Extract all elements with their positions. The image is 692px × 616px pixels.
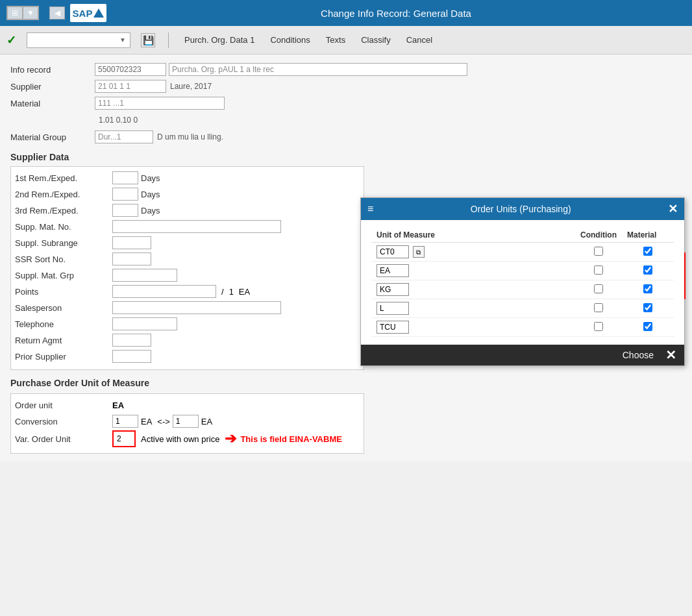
copy-icon-0[interactable]: ⧉ (413, 246, 425, 258)
conversion-row: Conversion EA <-> EA (15, 414, 360, 428)
points-num: 1 (229, 287, 234, 297)
material-checkbox-1[interactable] (643, 265, 652, 275)
material-checkbox-0[interactable] (643, 247, 652, 256)
condition-checkbox-2[interactable] (594, 284, 603, 293)
telephone-row: Telephone (15, 317, 360, 331)
order-unit-label: Order unit (15, 400, 112, 410)
supplier-row: Supplier Laure, 2017 (10, 79, 682, 93)
purch-org-button[interactable]: Purch. Org. Data 1 (182, 34, 257, 46)
grid-icon[interactable]: ⊞ (7, 6, 23, 19)
material-checkbox-2[interactable] (643, 284, 652, 293)
info-record-label: Info record (10, 65, 95, 75)
supplier-input1[interactable] (95, 80, 166, 93)
var-order-unit-border (112, 430, 136, 447)
material-desc-value: 1.01 0.10 0 (99, 116, 138, 125)
conversion-unit1: EA (141, 417, 152, 426)
conversion-val2-input[interactable] (173, 415, 199, 428)
classify-button[interactable]: Classify (358, 34, 393, 46)
uom-cell-0: ⧉ (371, 243, 575, 262)
conversion-arrow: <-> (157, 417, 170, 426)
rem1-row: 1st Rem./Exped. Days (15, 171, 360, 185)
nav-icons[interactable]: ⊞ ▼ (6, 6, 39, 20)
rem1-days: Days (141, 173, 160, 183)
condition-checkbox-1[interactable] (594, 265, 603, 275)
uom-input-1[interactable] (377, 264, 409, 277)
field-eina-note: This is field EINA-VABME (240, 434, 342, 444)
rem1-input[interactable] (112, 171, 138, 184)
back-icon[interactable]: ◀ (49, 6, 65, 19)
choose-button[interactable]: Choose (617, 349, 659, 362)
condition-checkbox-3[interactable] (594, 303, 603, 312)
rem2-input[interactable] (112, 188, 138, 201)
uom-cell-3 (371, 299, 575, 318)
main-content: Info record Supplier Laure, 2017 Materia… (0, 55, 692, 462)
suppmatno-row: Supp. Mat. No. (15, 219, 360, 234)
rem2-label: 2nd Rem./Exped. (15, 190, 112, 199)
toolbar: ✓ ▼ 💾 Purch. Org. Data 1 Conditions Text… (0, 26, 692, 55)
uom-input-0[interactable] (377, 245, 409, 258)
material-checkbox-3[interactable] (643, 303, 652, 312)
returnagmt-row: Return Agmt (15, 333, 360, 347)
info-record-input1[interactable] (95, 63, 166, 76)
order-unit-row: Order unit EA (15, 398, 360, 412)
table-row (371, 318, 674, 337)
material-checkbox-4[interactable] (643, 322, 652, 331)
save-button[interactable]: 💾 (141, 33, 155, 47)
rem3-row: 3rd Rem./Exped. Days (15, 203, 360, 217)
var-order-unit-note: Active with own price (141, 434, 219, 444)
supplsubrange-row: Suppl. Subrange (15, 236, 360, 250)
suppmatno-input[interactable] (112, 220, 281, 233)
hamburger-menu-icon[interactable]: ≡ (367, 203, 373, 215)
supplier-data-section: 1st Rem./Exped. Days 2nd Rem./Exped. Day… (10, 166, 364, 370)
uom-input-4[interactable] (377, 321, 409, 334)
points-controls: / 1 EA (112, 285, 250, 298)
material-group-input1[interactable] (95, 130, 153, 143)
uom-input-3[interactable] (377, 302, 409, 315)
salesperson-input[interactable] (112, 301, 281, 314)
cancel-button[interactable]: Cancel (404, 34, 435, 46)
footer-close-button[interactable]: ✕ (665, 349, 676, 362)
material-group-label: Material Group (10, 132, 95, 142)
supplmatgrp-input[interactable] (112, 269, 177, 282)
order-unit-value: EA (112, 400, 124, 410)
priorsupplier-input[interactable] (112, 350, 151, 363)
popup-table-wrap: Unit of Measure Condition Material ⧉ (361, 220, 684, 345)
col-header-condition: Condition (575, 228, 622, 243)
popup-title: Order Units (Purchasing) (373, 204, 668, 214)
telephone-input[interactable] (112, 317, 177, 330)
returnagmt-input[interactable] (112, 334, 151, 347)
conditions-button[interactable]: Conditions (267, 34, 312, 46)
table-row (371, 299, 674, 318)
page-title: Change Info Record: General Data (106, 8, 686, 19)
table-row (371, 262, 674, 280)
down-icon[interactable]: ▼ (23, 6, 38, 19)
condition-checkbox-0[interactable] (594, 247, 603, 256)
priorsupplier-label: Prior Supplier (15, 352, 112, 362)
nav-area: ⊞ ▼ ◀ SAP (6, 4, 106, 22)
conversion-label: Conversion (15, 417, 112, 426)
popup-close-icon[interactable]: ✕ (668, 202, 678, 216)
suppmatno-label: Supp. Mat. No. (15, 222, 112, 232)
material-input1[interactable] (95, 97, 225, 110)
form-section-header: Info record Supplier Laure, 2017 Materia… (10, 62, 682, 144)
points-slash: / (219, 287, 227, 297)
rem2-days: Days (141, 190, 160, 199)
points-input[interactable] (112, 285, 216, 298)
condition-checkbox-4[interactable] (594, 322, 603, 331)
rem1-label: 1st Rem./Exped. (15, 173, 112, 183)
table-row: ⧉ (371, 243, 674, 262)
supplsubrange-input[interactable] (112, 236, 151, 249)
ssrsortno-input[interactable] (112, 253, 151, 265)
texts-button[interactable]: Texts (323, 34, 348, 46)
conversion-val1-input[interactable] (112, 415, 138, 428)
supplsubrange-label: Suppl. Subrange (15, 238, 112, 248)
supplier-section-title: Supplier Data (10, 152, 682, 162)
po-section-title: Purchase Order Unit of Measure (10, 378, 682, 388)
dropdown-selector[interactable]: ▼ (27, 32, 130, 48)
rem3-input[interactable] (112, 204, 138, 217)
info-record-input2[interactable] (169, 63, 467, 76)
confirm-button[interactable]: ✓ (6, 33, 16, 47)
material-label: Material (10, 99, 95, 108)
uom-input-2[interactable] (377, 283, 409, 296)
var-order-unit-input[interactable] (114, 432, 134, 445)
